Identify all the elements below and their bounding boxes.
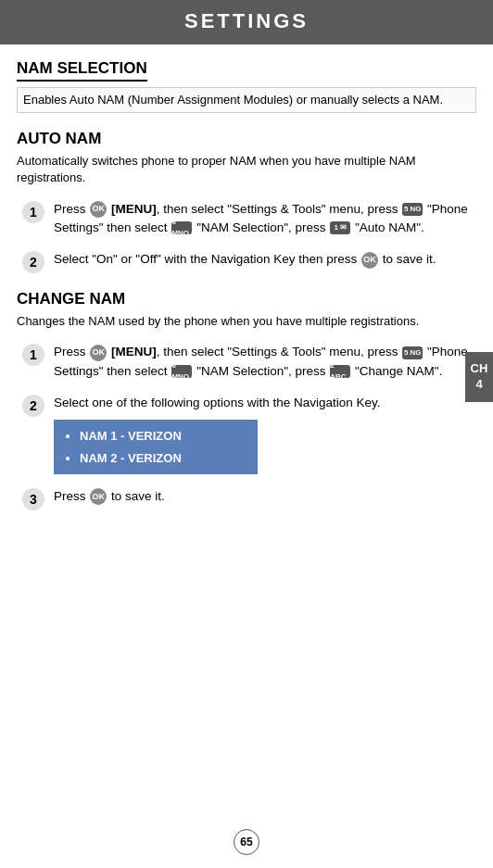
auto-nam-step-2: 2 Select "On" or "Off" with the Navigati… [22, 250, 476, 273]
change-nam-steps: 1 Press OK [MENU], then select "Settings… [22, 343, 476, 510]
change-nam-step-2-number: 2 [22, 395, 44, 417]
auto-nam-step-1: 1 Press OK [MENU], then select "Settings… [22, 200, 476, 238]
change-nam-step-1-text: Press OK [MENU], then select "Settings &… [54, 343, 476, 381]
change-nam-step-2-text: Select one of the following options with… [54, 394, 476, 474]
page-header: SETTINGS [0, 0, 493, 44]
ok-icon-4: OK [90, 488, 107, 505]
main-content: NAM SELECTION Enables Auto NAM (Number A… [0, 44, 493, 579]
page-title: SETTINGS [0, 9, 493, 33]
nam-options-ul: NAM 1 - VERIZON NAM 2 - VERIZON [65, 425, 246, 469]
chapter-tab: CH 4 [465, 352, 493, 402]
change-nam-title: CHANGE NAM [17, 290, 476, 308]
key5-icon-1: 5 NG [402, 203, 423, 216]
chapter-label-ch: CH [471, 361, 488, 375]
auto-nam-title: AUTO NAM [17, 130, 476, 148]
auto-nam-section: AUTO NAM Automatically switches phone to… [17, 130, 476, 273]
change-nam-desc: Changes the NAM used by the phone when y… [17, 313, 476, 330]
auto-nam-desc: Automatically switches phone to proper N… [17, 153, 476, 186]
auto-nam-step-1-text: Press OK [MENU], then select "Settings &… [54, 200, 476, 238]
key6-icon-2: 6 MNO [171, 365, 192, 378]
auto-nam-steps: 1 Press OK [MENU], then select "Settings… [22, 200, 476, 274]
auto-nam-step-2-text: Select "On" or "Off" with the Navigation… [54, 250, 476, 269]
change-nam-step-1: 1 Press OK [MENU], then select "Settings… [22, 343, 476, 381]
key1-icon-1: 1 ✉ [330, 221, 350, 234]
key2-icon-1: 2 ABC [330, 365, 350, 378]
ok-icon-1: OK [90, 201, 107, 218]
auto-nam-step-2-number: 2 [22, 251, 44, 273]
list-item: NAM 2 - VERIZON [80, 447, 246, 470]
list-item: NAM 1 - VERIZON [80, 425, 246, 447]
page-number: 65 [234, 829, 259, 855]
nam-selection-desc: Enables Auto NAM (Number Assignment Modu… [17, 87, 476, 113]
change-nam-step-3-number: 3 [22, 488, 44, 510]
ok-icon-2: OK [361, 252, 378, 269]
nam-selection-title: NAM SELECTION [17, 59, 147, 82]
nam-selection-section: NAM SELECTION Enables Auto NAM (Number A… [17, 59, 476, 113]
change-nam-step-1-number: 1 [22, 344, 44, 366]
key6-icon-1: 6 MNO [171, 221, 192, 234]
key5-icon-2: 5 NG [402, 346, 423, 359]
change-nam-step-3: 3 Press OK to save it. [22, 487, 476, 510]
chapter-label-num: 4 [475, 377, 482, 391]
change-nam-step-2: 2 Select one of the following options wi… [22, 394, 476, 474]
change-nam-step-3-text: Press OK to save it. [54, 487, 476, 506]
nam-options-list: NAM 1 - VERIZON NAM 2 - VERIZON [54, 420, 258, 474]
ok-icon-3: OK [90, 345, 107, 361]
change-nam-section: CHANGE NAM Changes the NAM used by the p… [17, 290, 476, 510]
auto-nam-step-1-number: 1 [22, 201, 44, 223]
